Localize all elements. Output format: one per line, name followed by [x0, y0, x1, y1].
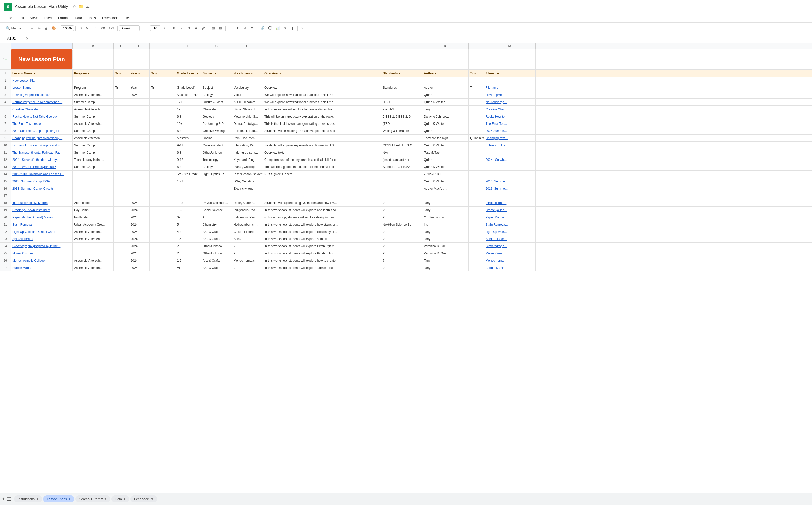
cell-17-col3[interactable] [129, 192, 150, 199]
cell-14-col6[interactable]: Light, Optics, R… [201, 171, 232, 177]
cell-5-col3[interactable] [129, 106, 150, 113]
cell-6-col11[interactable] [469, 113, 484, 120]
cell-15-col0[interactable]: 2013_Summer Camp_DNA [11, 178, 72, 185]
cell-11-col11[interactable] [469, 149, 484, 156]
cell-18-col6[interactable]: Physics/Science… [201, 199, 232, 206]
cell-23-col9[interactable]: ? [381, 235, 422, 242]
bold-btn[interactable]: B [171, 25, 178, 31]
cell-25-col12[interactable]: Mikael Owun… [484, 250, 536, 257]
cell-9-col12[interactable]: Changing row… [484, 135, 536, 142]
cell-20-col11[interactable] [469, 214, 484, 221]
text-color-btn[interactable]: A [193, 25, 199, 31]
cell-26-col10[interactable]: Tany [422, 257, 469, 264]
cell-24-col0[interactable]: Glow-tography (inspired by Infinit… [11, 242, 72, 249]
cell-22-col3[interactable]: 2024 [129, 228, 150, 235]
cell-12-col0[interactable]: 2024 - So what's the deal with typ… [11, 156, 72, 163]
cell-13-col1[interactable]: Summer Camp [72, 163, 114, 170]
borders-btn[interactable]: ⊞ [210, 25, 217, 31]
cell-9-col10[interactable]: They are too high. [422, 135, 469, 142]
cell-23-col2[interactable] [114, 235, 129, 242]
cell-13-col4[interactable] [150, 163, 175, 170]
cell-3-col12[interactable]: How to give p… [484, 91, 536, 98]
cell-5-col12[interactable]: Creative Che… [484, 106, 536, 113]
cell-25-col8[interactable]: In this workshop, students will explore … [263, 250, 381, 257]
cell-1-col5[interactable] [175, 77, 201, 84]
highlight-btn[interactable]: 🖌 [200, 25, 207, 31]
filter-btn[interactable]: ▼ [282, 25, 288, 31]
cell-9-col1[interactable]: Assemble Aftersch… [72, 135, 114, 142]
cell-15-col2[interactable] [114, 178, 129, 185]
cell-1-col6[interactable] [201, 77, 232, 84]
cell-5-col5[interactable]: 1-5 [175, 106, 201, 113]
cell-26-col11[interactable] [469, 257, 484, 264]
cell-6-col9[interactable]: 6.ESS.1, 6.ESS.2, 6… [381, 113, 422, 120]
cell-4-col2[interactable] [114, 99, 129, 106]
cell-16-col4[interactable] [150, 185, 175, 192]
col-header-d[interactable]: D [129, 43, 150, 49]
cell-4-col6[interactable]: Culture & Ident… [201, 99, 232, 106]
cell-24-col3[interactable]: 2024 [129, 242, 150, 249]
cell-3-col8[interactable]: We will explore how traditional practice… [263, 91, 381, 98]
cell-1-col4[interactable] [150, 77, 175, 84]
cell-22-col4[interactable] [150, 228, 175, 235]
paint-format-btn[interactable]: 🎨 [50, 25, 57, 31]
cell-9-col6[interactable]: Coding [201, 135, 232, 142]
cell-4-col4[interactable] [150, 99, 175, 106]
cell-19-col3[interactable]: 2024 [129, 207, 150, 213]
search-menus-btn[interactable]: 🔍 Menus [2, 25, 25, 31]
cell-20-col6[interactable]: Art [201, 214, 232, 221]
cell-22-col8[interactable]: In this workshop, students will explore … [263, 228, 381, 235]
col-header-e[interactable]: E [150, 43, 175, 49]
cell-1-col0[interactable]: New Lesson Plan [11, 77, 72, 84]
cell-2-col1[interactable]: Program [72, 84, 114, 91]
cell-20-col12[interactable]: Paper Mache… [484, 214, 536, 221]
cell-20-col4[interactable] [150, 214, 175, 221]
cell-5-col6[interactable]: Chemistry [201, 106, 232, 113]
cell-20-col10[interactable]: CJ Swanson an… [422, 214, 469, 221]
cell-15-col10[interactable]: Quinn K Wolter [422, 178, 469, 185]
cell-2-col12[interactable]: Filename [484, 84, 536, 91]
cell-27-col11[interactable] [469, 264, 484, 271]
cell-8-col5[interactable]: 6-8 [175, 127, 201, 134]
cell-6-col10[interactable]: Dwayne Johnso… [422, 113, 469, 120]
header-lesson-name[interactable]: Lesson Name [11, 70, 72, 77]
cell-6-col0[interactable]: Rocks: How to Not Take Geology… [11, 113, 72, 120]
cell-3-col3[interactable]: 2024 [129, 91, 150, 98]
cell-21-col4[interactable] [150, 221, 175, 228]
cell-16-col7[interactable]: Electricity, ener… [232, 185, 263, 192]
cell-2-col5[interactable]: Grade Level/ [175, 84, 201, 91]
cell-5-col9[interactable]: 2-PS1-1 [381, 106, 422, 113]
cell-12-col8[interactable]: Competent use of the keyboard is a criti… [263, 156, 381, 163]
cell-15-col3[interactable] [129, 178, 150, 185]
cell-5-col10[interactable]: Tany [422, 106, 469, 113]
cell-5-col2[interactable] [114, 106, 129, 113]
cell-11-col4[interactable] [150, 149, 175, 156]
cell-25-col5[interactable]: ? [175, 250, 201, 257]
cell-5-col11[interactable] [469, 106, 484, 113]
valign-btn[interactable]: ⬍ [234, 25, 241, 31]
comment-btn[interactable]: 💬 [266, 25, 274, 31]
cell-7-col6[interactable]: Performing & P… [201, 120, 232, 127]
cell-15-col7[interactable]: DNA, Genetics [232, 178, 263, 185]
strikethrough-btn[interactable]: S [185, 25, 192, 31]
cell-22-col11[interactable] [469, 228, 484, 235]
cell-20-col8[interactable]: n this workshop, students will explore d… [263, 214, 381, 221]
cell-24-col8[interactable]: In this workshop, students will explore … [263, 242, 381, 249]
star-icon[interactable]: ☆ [72, 4, 76, 9]
menu-file[interactable]: File [4, 15, 15, 21]
cell-13-col2[interactable] [114, 163, 129, 170]
cell-12-col5[interactable]: 9-12 [175, 156, 201, 163]
more-btn[interactable]: ⋮ [289, 25, 296, 31]
cell-19-col9[interactable]: ? [381, 207, 422, 213]
tab-instructions[interactable]: Instructions ▼ [14, 496, 42, 502]
col-header-l[interactable]: L [469, 43, 484, 49]
cell-8-col12[interactable]: 2024 Summe… [484, 127, 536, 134]
zoom-control[interactable]: 100% [61, 25, 74, 31]
cell-14-col8[interactable]: NGSS (Next Genera… [263, 171, 381, 177]
cell-13-col6[interactable]: Biology [201, 163, 232, 170]
redo-btn[interactable]: ↪ [36, 25, 42, 31]
cell-8-col0[interactable]: 2024 Summer Camp: Exploring Er… [11, 127, 72, 134]
cell-24-col5[interactable]: ? [175, 242, 201, 249]
cell-27-col6[interactable]: Arts & Crafts [201, 264, 232, 271]
cell-11-col10[interactable]: Test McTest [422, 149, 469, 156]
